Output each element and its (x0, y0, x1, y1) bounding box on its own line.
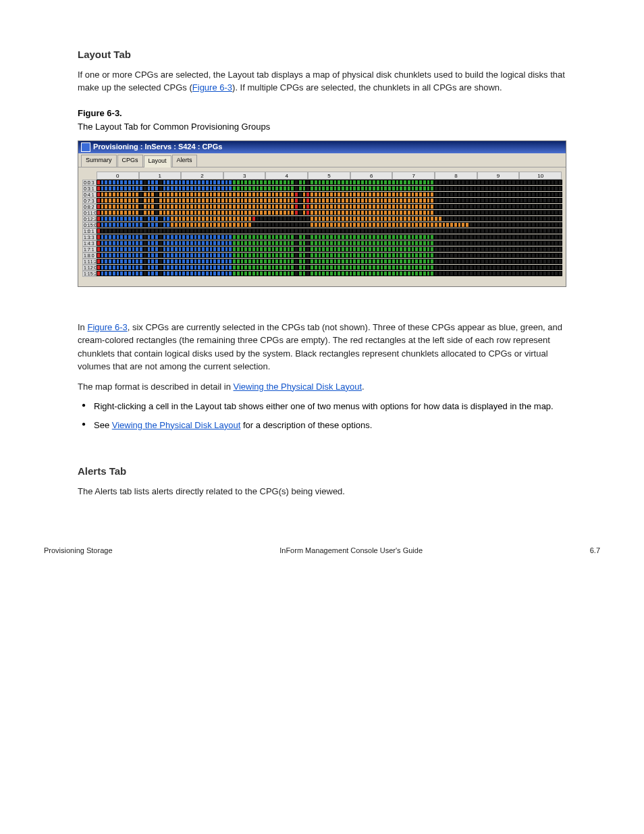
tab-cpgs[interactable]: CPGs (117, 155, 143, 167)
row-label: 1:7:1 (82, 246, 97, 253)
column-headers: 012345678910 (82, 172, 562, 180)
col-header: 2 (181, 172, 223, 180)
row-label: 0:4:1 (82, 192, 97, 198)
figure-label: Figure 6-3. (78, 107, 566, 120)
row-label: 0:15:0 (82, 222, 97, 228)
bullet-1: Right-clicking a cell in the Layout tab … (78, 400, 566, 413)
tab-alerts[interactable]: Alerts (172, 155, 197, 167)
row-label: 0:11:0 (82, 210, 97, 216)
window-title: Provisioning : InServs : S424 : CPGs (93, 141, 222, 153)
row-label: 0:7:3 (82, 198, 97, 204)
figure-caption: The Layout Tab for Common Provisioning G… (78, 120, 566, 134)
alerts-tab-heading: Alerts Tab (78, 464, 644, 479)
footer-mid: InForm Management Console User's Guide (279, 545, 423, 556)
row-label: 1:4:3 (82, 240, 97, 246)
row-label: 0:12:2 (82, 216, 97, 222)
col-header: 0 (97, 172, 139, 180)
tab-summary[interactable]: Summary (81, 155, 117, 167)
p3a: The map format is described in detail in (78, 382, 234, 392)
row-label: 1:8:0 (82, 253, 97, 259)
row-label: 1:0:1 (82, 228, 97, 234)
p2: In Figure 6-3, six CPGs are currently se… (78, 321, 566, 373)
p1-b: ). If multiple CPGs are selected, the ch… (232, 82, 502, 93)
tab-strip: SummaryCPGsLayoutAlerts (78, 153, 566, 167)
row-label: 1:3:3 (82, 234, 97, 240)
xref-link-2[interactable]: Viewing the Physical Disk Layout (112, 420, 241, 430)
grid-area: 012345678910 0:0:30:3:10:4:10:7:30:8:20:… (78, 167, 566, 286)
footer-left: Provisioning Storage (44, 545, 113, 556)
app-window: Provisioning : InServs : S424 : CPGs Sum… (78, 140, 566, 287)
b2b: for a description of these options. (240, 420, 372, 430)
p3b: . (362, 382, 365, 392)
window-titlebar: Provisioning : InServs : S424 : CPGs (78, 141, 566, 153)
row-label: 1:12:0 (82, 265, 97, 271)
p2b: , six CPGs are currently selected in the… (78, 322, 562, 372)
col-header: 9 (477, 172, 520, 180)
fig-link-1[interactable]: Figure 6-3 (192, 82, 232, 93)
col-header: 1 (139, 172, 182, 180)
row-label: 1:15:2 (82, 271, 97, 277)
col-header: 8 (435, 172, 477, 180)
xref-link-1[interactable]: Viewing the Physical Disk Layout (234, 382, 363, 392)
layout-tab-heading: Layout Tab (78, 47, 644, 63)
row-label: 0:3:1 (82, 186, 97, 192)
fig-link-2[interactable]: Figure 6-3 (87, 322, 127, 332)
bullet-2: See Viewing the Physical Disk Layout for… (78, 419, 566, 432)
col-header: 5 (308, 172, 350, 180)
col-header: 6 (350, 172, 393, 180)
col-header: 3 (223, 172, 266, 180)
p2a: In (78, 322, 87, 332)
col-header: 4 (265, 172, 308, 180)
alerts-intro: The Alerts tab lists alerts directly rel… (78, 485, 566, 498)
app-icon (81, 142, 90, 152)
tab-layout[interactable]: Layout (144, 155, 171, 167)
row-label: 0:0:3 (82, 180, 97, 186)
footer-right: 6.7 (590, 545, 600, 556)
chunklet-grid: 0:0:30:3:10:4:10:7:30:8:20:11:00:12:20:1… (82, 180, 562, 277)
layout-intro: If one or more CPGs are selected, the La… (78, 68, 566, 95)
row-label: 0:8:2 (82, 204, 97, 210)
col-header: 7 (392, 172, 435, 180)
col-header: 10 (519, 172, 562, 180)
row-label: 1:11:2 (82, 259, 97, 265)
b2a: See (94, 420, 112, 430)
p3: The map format is described in detail in… (78, 380, 566, 394)
